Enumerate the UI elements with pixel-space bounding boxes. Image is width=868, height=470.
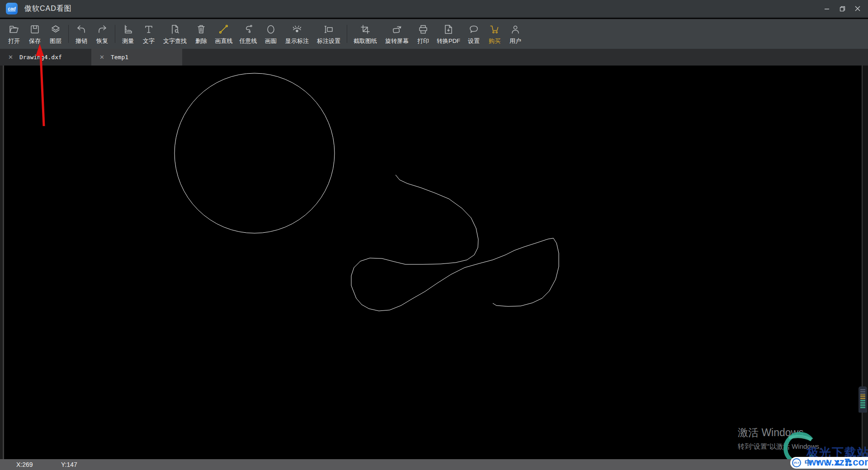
ifly-logo-icon: iFLY bbox=[792, 458, 801, 467]
floppy-disk-icon bbox=[29, 23, 40, 36]
line-segment-icon bbox=[218, 23, 229, 36]
rotate-icon bbox=[392, 23, 402, 36]
cursor-x-coordinate: X:269 bbox=[16, 461, 33, 468]
folder-open-icon bbox=[9, 23, 19, 36]
ime-mini-widget[interactable] bbox=[859, 386, 867, 413]
minimize-button[interactable] bbox=[819, 0, 835, 17]
toolbar-separator bbox=[347, 25, 347, 43]
delete-button[interactable]: 删除 bbox=[191, 20, 212, 47]
freehand-line-button[interactable]: 任意线 bbox=[236, 20, 260, 47]
ruler-icon bbox=[123, 23, 133, 36]
capture-drawing-button[interactable]: 截取图纸 bbox=[349, 20, 381, 47]
annotation-settings-icon bbox=[323, 23, 334, 36]
tab-label: Drawing4.dxf bbox=[19, 54, 62, 61]
undo-button[interactable]: 撤销 bbox=[71, 20, 92, 47]
close-button[interactable] bbox=[850, 0, 865, 17]
text-find-button[interactable]: 文字查找 bbox=[159, 20, 191, 47]
toolbar-separator bbox=[115, 25, 115, 43]
window-title: 傲软CAD看图 bbox=[24, 4, 72, 14]
buy-button[interactable]: 购买 bbox=[484, 20, 505, 47]
app-window: cad 傲软CAD看图 打开 bbox=[0, 0, 868, 470]
convert-pdf-button[interactable]: 转换PDF bbox=[434, 20, 463, 47]
chat-bubble-icon bbox=[468, 23, 479, 36]
squiggle-icon bbox=[243, 23, 254, 36]
tab-close-icon[interactable]: ✕ bbox=[99, 54, 104, 61]
printer-icon bbox=[418, 23, 429, 36]
undo-arrow-icon bbox=[76, 23, 87, 36]
left-scrollbar[interactable] bbox=[0, 66, 4, 459]
restore-button[interactable] bbox=[835, 0, 850, 17]
tab-label: Temp1 bbox=[111, 54, 128, 61]
tab-bar: ✕ Drawing4.dxf ✕ Temp1 bbox=[0, 49, 868, 66]
tab-close-icon[interactable]: ✕ bbox=[8, 54, 13, 61]
layers-button[interactable]: 图层 bbox=[45, 20, 66, 47]
text-icon bbox=[143, 23, 154, 36]
app-logo-icon: cad bbox=[6, 3, 18, 14]
text-button[interactable]: 文字 bbox=[138, 20, 159, 47]
cursor-y-coordinate: Y:147 bbox=[61, 461, 77, 468]
tab-temp1[interactable]: ✕ Temp1 bbox=[91, 49, 182, 66]
rotate-screen-button[interactable]: 旋转屏幕 bbox=[381, 20, 413, 47]
trash-icon bbox=[196, 23, 207, 36]
eye-annotation-icon bbox=[292, 23, 302, 36]
toolbar: 打开 保存 图层 撤销 恢复 测量 bbox=[0, 19, 868, 49]
annotation-settings-button[interactable]: 标注设置 bbox=[313, 20, 344, 47]
toolbar-separator bbox=[68, 25, 69, 43]
activate-title: 激活 Windows bbox=[738, 426, 826, 440]
redo-arrow-icon bbox=[97, 23, 108, 36]
layers-icon bbox=[50, 23, 61, 36]
tab-drawing4[interactable]: ✕ Drawing4.dxf bbox=[0, 49, 91, 66]
pdf-file-icon bbox=[443, 23, 454, 36]
print-button[interactable]: 打印 bbox=[413, 20, 434, 47]
cad-drawing bbox=[0, 66, 868, 459]
person-icon bbox=[510, 23, 521, 36]
drawing-canvas[interactable] bbox=[0, 66, 868, 459]
draw-line-button[interactable]: 画直线 bbox=[212, 20, 236, 47]
measure-button[interactable]: 测量 bbox=[118, 20, 138, 47]
circle-icon bbox=[265, 23, 276, 36]
site-url-watermark: www.xz7.com bbox=[808, 456, 868, 468]
shopping-cart-icon bbox=[489, 23, 500, 36]
draw-circle-button[interactable]: 画圆 bbox=[260, 20, 281, 47]
status-bar: X:269 Y:147 bbox=[0, 459, 868, 470]
crop-icon bbox=[360, 23, 371, 36]
settings-button[interactable]: 设置 bbox=[463, 20, 484, 47]
user-button[interactable]: 用户 bbox=[505, 20, 526, 47]
document-search-icon bbox=[170, 23, 180, 36]
redo-button[interactable]: 恢复 bbox=[92, 20, 113, 47]
open-button[interactable]: 打开 bbox=[4, 20, 24, 47]
title-bar: cad 傲软CAD看图 bbox=[0, 0, 868, 18]
show-annotation-button[interactable]: 显示标注 bbox=[281, 20, 313, 47]
save-button[interactable]: 保存 bbox=[24, 20, 45, 47]
